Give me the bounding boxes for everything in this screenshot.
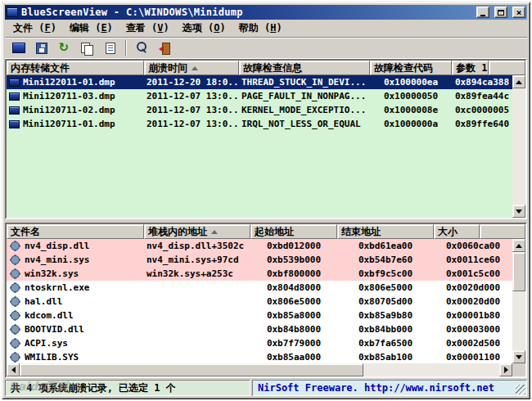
module-cell-to: 0xb85ab100 — [337, 350, 434, 363]
module-row[interactable]: BOOTVID.dll0xb84b80000xb84bb0000x0000300… — [7, 322, 512, 336]
find-button[interactable] — [132, 38, 152, 57]
nirsoft-link[interactable]: NirSoft Freeware. http://www.nirsoft.net — [258, 382, 494, 394]
crash-column-header-1[interactable]: 内存转储文件 — [7, 61, 144, 75]
menu-item-edit[interactable]: 编辑 (E) — [63, 20, 119, 37]
menu-item-file[interactable]: 文件 (F) — [7, 20, 63, 37]
module-list-pane: 文件名堆栈内的地址起始地址结束地址大小 nv4_disp.dllnv4_disp… — [5, 223, 527, 378]
crash-cell-time: 2011-12-07 13:0... — [144, 117, 239, 131]
app-icon[interactable] — [7, 7, 18, 17]
module-cell-text: 0x804d8000 — [267, 282, 321, 293]
toolbar — [5, 37, 527, 59]
module-cell-stack: nv4_mini.sys+97cd — [144, 253, 250, 267]
module-cell-text: 0xb84b8000 — [267, 324, 321, 335]
module-list-body[interactable]: nv4_disp.dllnv4_disp.dll+3502c0xbd012000… — [7, 239, 512, 363]
close-button[interactable]: × — [512, 7, 525, 18]
crash-list-body[interactable]: Mini122011-01.dmp2011-12-20 18:0...THREA… — [7, 75, 512, 218]
minimize-icon — [480, 15, 485, 16]
scroll-track[interactable] — [363, 363, 499, 376]
arrow-right-icon — [504, 367, 508, 373]
crash-column-header-4[interactable]: 故障检查代码 — [370, 61, 452, 75]
driver-file-icon — [11, 298, 19, 305]
crash-column-header-2[interactable]: 崩溃时间 — [144, 61, 239, 75]
title-bar[interactable]: BlueScreenView - C:\WINDOWS\Minidump × — [5, 5, 527, 20]
module-column-label: 起始地址 — [255, 225, 294, 239]
scroll-down-button[interactable] — [512, 205, 525, 218]
module-cell-size: 0x00001b80 — [434, 309, 512, 322]
menu-item-view[interactable]: 查看 (V) — [119, 20, 176, 37]
module-column-header-4[interactable]: 结束地址 — [337, 224, 434, 239]
properties-button[interactable] — [100, 38, 120, 57]
crash-row[interactable]: Mini120711-03.dmp2011-12-07 13:0...PAGE_… — [7, 89, 512, 103]
refresh-button[interactable] — [54, 38, 74, 57]
module-row[interactable]: WMILIB.SYS0xb85aa0000xb85ab1000x00001100 — [7, 350, 512, 363]
crash-row[interactable]: Mini120711-02.dmp2011-12-07 13:0...KERNE… — [7, 103, 512, 117]
module-row[interactable]: nv4_disp.dllnv4_disp.dll+3502c0xbd012000… — [7, 239, 512, 253]
module-cell-name: ntoskrnl.exe — [7, 281, 144, 295]
module-row[interactable]: win32k.syswin32k.sys+a253c0xbf8000000xbf… — [7, 267, 512, 281]
module-cell-text: 0x00001b80 — [446, 310, 500, 321]
crash-row[interactable]: Mini122011-01.dmp2011-12-20 18:0...THREA… — [7, 75, 512, 89]
module-row[interactable]: ACPI.sys0xb7f790000xb7fa65000x0002d500 — [7, 336, 512, 350]
module-row[interactable]: nv4_mini.sysnv4_mini.sys+97cd0xb539b0000… — [7, 253, 512, 267]
menu-item-help[interactable]: 帮助 (H) — [232, 20, 289, 37]
module-cell-text: 0x0020d000 — [446, 282, 500, 293]
module-column-header-1[interactable]: 文件名 — [7, 224, 144, 239]
module-cell-from: 0xbf800000 — [250, 267, 337, 281]
scroll-up-button[interactable] — [512, 239, 525, 252]
crash-list-header: 内存转储文件崩溃时间故障检查信息故障检查代码参数 1 — [7, 61, 525, 75]
module-column-label: 大小 — [438, 225, 458, 239]
menu-item-options[interactable]: 选项 (O) — [176, 20, 232, 37]
advanced-options-button[interactable] — [8, 38, 29, 57]
scroll-up-button[interactable] — [512, 75, 525, 88]
scroll-thumb[interactable] — [512, 252, 525, 291]
module-cell-to: 0xb54b7e60 — [337, 253, 434, 267]
minimize-button[interactable] — [476, 7, 489, 18]
module-cell-size: 0x001c5c00 — [434, 267, 512, 281]
resize-grip-icon[interactable] — [516, 385, 525, 394]
scroll-left-button[interactable] — [7, 363, 20, 376]
module-column-header-3[interactable]: 起始地址 — [250, 224, 337, 239]
crash-cell-code: 0x10000050 — [370, 89, 452, 103]
crash-column-header-3[interactable]: 故障检查信息 — [239, 61, 370, 75]
module-cell-from: 0xb85a8000 — [250, 309, 337, 322]
module-column-header-2[interactable]: 堆栈内的地址 — [144, 224, 250, 239]
module-cell-from: 0xb84b8000 — [250, 322, 337, 336]
crash-list-vscrollbar[interactable] — [512, 75, 525, 218]
close-icon: × — [516, 8, 522, 17]
crash-cell-file: Mini120711-03.dmp — [7, 89, 144, 103]
module-cell-name: win32k.sys — [7, 267, 144, 281]
scroll-thumb[interactable] — [20, 363, 363, 376]
module-row[interactable]: ntoskrnl.exe0x804d80000x806e50000x0020d0… — [7, 281, 512, 295]
module-cell-text: BOOTVID.dll — [25, 324, 84, 335]
save-button[interactable] — [31, 38, 52, 57]
module-cell-text: 0xb85aa000 — [267, 352, 321, 363]
maximize-button[interactable] — [494, 7, 507, 18]
module-cell-text: 0x0002d500 — [446, 338, 500, 349]
crash-column-header-5[interactable]: 参数 1 — [452, 61, 489, 75]
module-cell-to: 0xb7fa6500 — [337, 336, 434, 350]
module-cell-name: BOOTVID.dll — [7, 322, 144, 336]
scroll-down-button[interactable] — [512, 350, 525, 363]
module-list-header: 文件名堆栈内的地址起始地址结束地址大小 — [7, 224, 525, 239]
scroll-track[interactable] — [512, 88, 525, 205]
driver-file-icon — [11, 284, 19, 291]
module-list-vscrollbar[interactable] — [512, 239, 525, 363]
crash-cell-time: 2011-12-07 13:0... — [144, 103, 239, 117]
scroll-right-button[interactable] — [499, 363, 512, 376]
module-cell-name: nv4_mini.sys — [7, 253, 144, 267]
module-cell-text: 0xb85a9b80 — [358, 310, 413, 321]
module-cell-text: 0x0011ce60 — [446, 255, 500, 265]
module-cell-text: 0xb7f79000 — [267, 338, 321, 349]
sort-ascending-icon — [211, 230, 218, 234]
module-column-header-5[interactable]: 大小 — [434, 224, 480, 239]
module-row[interactable]: hal.dll0x806e50000x80705d000x00020d00 — [7, 295, 512, 309]
module-row[interactable]: kdcom.dll0xb85a80000xb85a9b800x00001b80 — [7, 309, 512, 322]
crash-row[interactable]: Mini120711-01.dmp2011-12-07 13:0...IRQL_… — [7, 117, 512, 131]
module-list-hscrollbar[interactable] — [7, 363, 512, 376]
crash-cell-param1: 0x894ca388 — [452, 75, 512, 89]
module-cell-from: 0x804d8000 — [250, 281, 337, 295]
crash-cell-param1: 0x89ffe640 — [452, 117, 512, 131]
copy-button[interactable] — [77, 38, 97, 57]
exit-button[interactable] — [155, 38, 175, 57]
scroll-track[interactable] — [512, 291, 525, 350]
